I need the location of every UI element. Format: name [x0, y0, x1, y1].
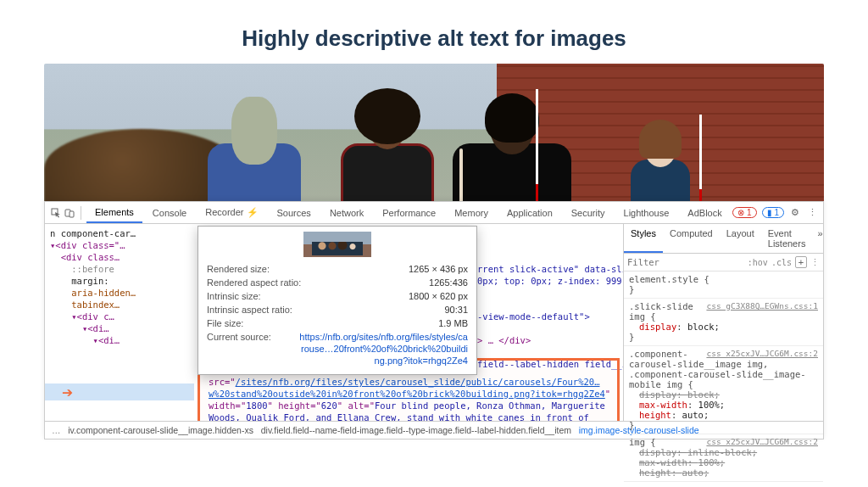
tab-elements[interactable]: Elements: [86, 203, 142, 223]
tab-adblock[interactable]: AdBlock: [679, 204, 730, 222]
svg-rect-2: [70, 211, 74, 217]
devtools-panel: Elements Console Recorder ⚡ Sources Netw…: [44, 201, 824, 439]
tab-application[interactable]: Application: [498, 204, 561, 222]
style-rule[interactable]: css_gC3X88Q…EGWns.css:1 .slick-slide img…: [624, 299, 823, 346]
styles-more-icon[interactable]: »: [812, 224, 827, 253]
hero-image: [44, 64, 824, 208]
hero-image-region: [44, 64, 824, 208]
tab-memory[interactable]: Memory: [446, 204, 497, 222]
page-title: Highly descriptive alt text for images: [0, 0, 868, 64]
styles-tab-styles[interactable]: Styles: [624, 224, 663, 253]
style-rule[interactable]: css_x25cxJV…JCG6M.css:2 img { display: i…: [624, 434, 823, 482]
tooltip-source-link[interactable]: https://nfb.org/sites/nfb.org/files/styl…: [298, 331, 468, 367]
tooltip-thumbnail: [303, 232, 371, 257]
callout-arrow-icon: ➔: [62, 387, 73, 399]
tab-sources[interactable]: Sources: [269, 204, 320, 222]
tab-lighthouse[interactable]: Lighthouse: [615, 204, 678, 222]
error-count-badge[interactable]: ⊗ 1: [732, 207, 756, 218]
devtools-toolbar: Elements Console Recorder ⚡ Sources Netw…: [45, 202, 823, 224]
styles-panel-more-icon[interactable]: ⋮: [810, 257, 820, 267]
tab-security[interactable]: Security: [563, 204, 614, 222]
tab-network[interactable]: Network: [321, 204, 372, 222]
styles-filter-input[interactable]: [627, 257, 744, 267]
styles-tab-layout[interactable]: Layout: [720, 224, 761, 253]
styles-tab-events[interactable]: Event Listeners: [761, 224, 813, 253]
info-count-badge[interactable]: ▮ 1: [762, 207, 784, 218]
tab-performance[interactable]: Performance: [374, 204, 444, 222]
styles-tab-computed[interactable]: Computed: [663, 224, 720, 253]
device-toggle-icon[interactable]: [64, 207, 75, 219]
style-rule[interactable]: css_x25cxJV…JCG6M.css:2 .component-carou…: [624, 346, 823, 434]
elements-tree[interactable]: n component-car… ▾<div class="… <div cla…: [45, 224, 623, 421]
image-tooltip: Rendered size:1265 × 436 px Rendered asp…: [198, 226, 477, 375]
hov-toggle[interactable]: :hov: [748, 258, 768, 267]
styles-panel: Styles Computed Layout Event Listeners »…: [623, 224, 823, 421]
cls-toggle[interactable]: .cls: [771, 258, 792, 267]
inspect-icon[interactable]: [50, 207, 62, 219]
tab-recorder[interactable]: Recorder ⚡: [197, 203, 266, 222]
style-rule[interactable]: element.style { }: [624, 271, 823, 299]
new-style-rule-button[interactable]: +: [795, 256, 807, 268]
more-icon[interactable]: ⋮: [806, 207, 818, 219]
tab-console[interactable]: Console: [144, 204, 195, 222]
gear-icon[interactable]: ⚙: [789, 207, 801, 219]
